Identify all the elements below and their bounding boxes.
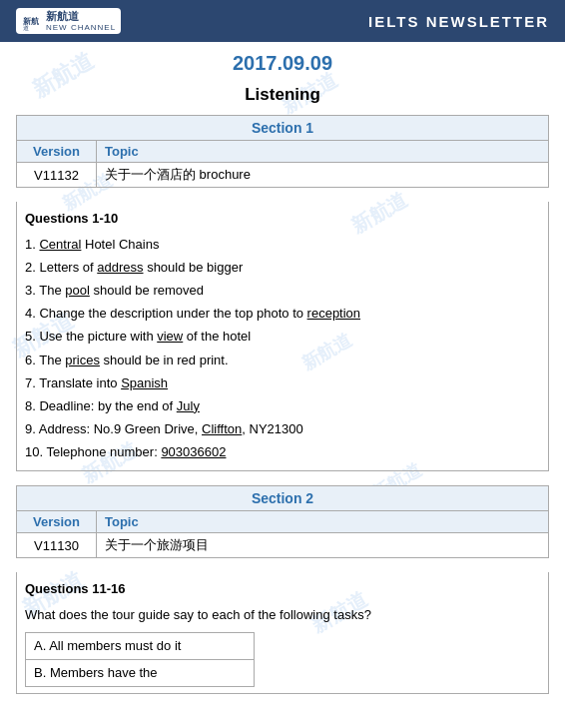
svg-text:新航: 新航 [23,16,40,26]
q2-underline: address [97,260,143,275]
answer-table: A. All members must do it B. Members hav… [25,632,255,687]
q5: 5. Use the picture with view of the hote… [25,326,540,348]
section1-header-row: Section 1 [17,116,549,141]
q9-underline: Cliffton [202,421,242,436]
section1-questions-block: Questions 1-10 1. Central Hotel Chains 2… [16,202,549,471]
q3-underline: pool [65,283,90,298]
section2-label: Section 2 [17,486,549,511]
section2-version-col-header: Version [17,511,97,533]
q8: 8. Deadline: by the end of July [25,395,540,417]
section2-topic-value: 关于一个旅游项目 [97,533,549,558]
logo-area: 新航 道 新航道 NEW CHANNEL [16,8,121,34]
q1: 1. Central Hotel Chains [25,234,540,256]
logo-english: NEW CHANNEL [46,23,116,32]
q10: 10. Telephone number: 903036602 [25,441,540,463]
section2-topic-col-header: Topic [97,511,549,533]
listening-title: Listening [16,85,549,105]
section1-data-row: V11132 关于一个酒店的 brochure [17,163,549,188]
q4: 4. Change the description under the top … [25,303,540,325]
answer-b: B. Members have the [26,660,255,687]
q2: 2. Letters of address should be bigger [25,257,540,279]
section1-questions-title: Questions 1-10 [25,208,540,230]
section2-data-row: V11130 关于一个旅游项目 [17,533,549,558]
section1-version-value: V11132 [17,163,97,188]
q6: 6. The prices should be in red print. [25,350,540,371]
q3: 3. The pool should be removed [25,280,540,302]
q7-underline: Spanish [121,375,168,390]
logo-box: 新航 道 新航道 NEW CHANNEL [16,8,121,34]
svg-text:道: 道 [23,25,29,31]
section1-col-headers: Version Topic [17,141,549,163]
section2-col-headers: Version Topic [17,511,549,533]
section1-topic-col-header: Topic [97,141,549,163]
section1-version-col-header: Version [17,141,97,163]
answer-row-a: A. All members must do it [26,633,255,660]
section2-header-row: Section 2 [17,486,549,511]
q10-underline: 903036602 [161,444,226,459]
q9: 9. Address: No.9 Green Drive, Cliffton, … [25,418,540,440]
section2-intro: What does the tour guide say to each of … [25,604,540,626]
section2-questions-block: Questions 11-16 What does the tour guide… [16,572,549,694]
answer-a: A. All members must do it [26,633,255,660]
header-title: IELTS NEWSLETTER [368,13,549,30]
q6-underline: prices [65,353,100,367]
q8-underline: July [177,398,200,413]
section1-label: Section 1 [17,116,549,141]
q5-underline: view [157,329,183,344]
q7: 7. Translate into Spanish [25,372,540,394]
q1-underline: Central [39,237,81,252]
header: 新航 道 新航道 NEW CHANNEL IELTS NEWSLETTER [0,0,565,42]
section1-table: Section 1 Version Topic V11132 关于一个酒店的 b… [16,115,549,188]
section2-questions-title: Questions 11-16 [25,578,540,600]
answer-row-b: B. Members have the [26,660,255,687]
q4-underline: reception [307,306,360,321]
main-content: 2017.09.09 Listening Section 1 Version T… [0,42,565,704]
date-heading: 2017.09.09 [16,52,549,75]
logo-chinese: 新航道 [46,10,116,22]
section1-topic-value: 关于一个酒店的 brochure [97,163,549,188]
section2-table: Section 2 Version Topic V11130 关于一个旅游项目 [16,485,549,558]
section2-version-value: V11130 [17,533,97,558]
logo-svg-icon: 新航 道 [21,10,43,32]
